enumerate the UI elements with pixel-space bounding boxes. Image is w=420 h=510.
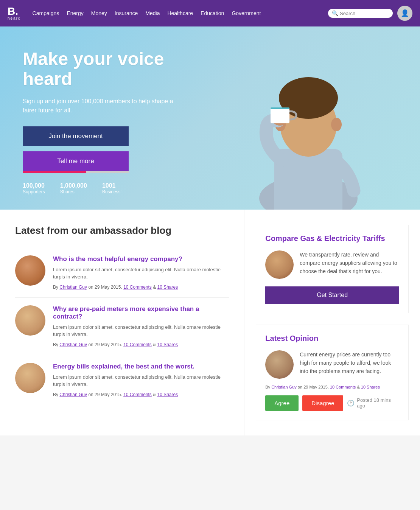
stat-supporters: 100,000 Supporters (23, 182, 45, 194)
blog-content-2: Why are pre-paid meters more expensive t… (53, 305, 229, 347)
stat-shares-label: Shares (60, 189, 87, 194)
blog-body-1: Lorem ipsum dolor sit amet, consectetur … (53, 266, 229, 281)
compare-title: Compare Gas & Electricity Tariffs (265, 234, 399, 243)
nav-government[interactable]: Government (232, 10, 261, 16)
progress-bar-fill (23, 171, 86, 173)
compare-person: We transparently rate, review and compar… (265, 250, 399, 279)
nav-energy[interactable]: Energy (67, 10, 83, 16)
hero-section: Make your voice heard Sign up and join o… (0, 26, 420, 210)
blog-comments-2[interactable]: 10 Comments (123, 342, 152, 347)
blog-title-2[interactable]: Why are pre-paid meters more expensive t… (53, 305, 229, 320)
opinion-comments[interactable]: 10 Comments (330, 385, 356, 389)
stat-business: 1001 Business' (102, 182, 121, 194)
nav-media[interactable]: Media (145, 10, 160, 16)
blog-date-1: 29 May 2015. (95, 285, 122, 290)
logo-subtext: heard (8, 17, 21, 20)
nav-insurance[interactable]: Insurance (115, 10, 138, 16)
svg-point-6 (331, 118, 342, 131)
stat-business-label: Business' (102, 189, 121, 194)
search-input[interactable] (340, 11, 389, 16)
blog-avatar-3 (15, 363, 45, 393)
opinion-meta: By Christian Guy on 29 May 2015. 10 Comm… (265, 385, 399, 389)
main-content: Latest from our ambassador blog Who is t… (0, 210, 420, 435)
blog-meta-2: By Christian Guy on 29 May 2015. 10 Comm… (53, 342, 229, 347)
blog-author-1[interactable]: Christian Guy (59, 285, 87, 290)
agree-button[interactable]: Agree (265, 395, 299, 411)
sidebar: Compare Gas & Electricity Tariffs We tra… (244, 210, 420, 435)
blog-body-3: Lorem ipsum dolor sit amet, consectetur … (53, 373, 229, 388)
blog-item: Who is the most helpful energy company? … (15, 248, 229, 298)
opinion-person: Current energy prices are currently too … (265, 350, 399, 379)
nav-campaigns[interactable]: Campaigns (33, 10, 59, 16)
hero-person-svg (233, 58, 384, 210)
svg-rect-8 (271, 107, 289, 123)
blog-meta-3: By Christian Guy on 29 May 2015. 10 Comm… (53, 392, 229, 397)
opinion-text: Current energy prices are currently too … (300, 350, 399, 376)
join-button[interactable]: Join the movement (23, 126, 129, 146)
opinion-avatar (265, 350, 294, 379)
blog-avatar-1 (15, 255, 45, 286)
get-started-button[interactable]: Get Started (265, 286, 399, 304)
navigation: B. heard Campaigns Energy Money Insuranc… (0, 0, 420, 26)
disagree-button[interactable]: Disagree (302, 395, 343, 411)
blog-comments-1[interactable]: 10 Comments (123, 285, 152, 290)
blog-avatar-2 (15, 305, 45, 336)
blog-shares-1[interactable]: 10 Shares (157, 285, 178, 290)
blog-date-2: 29 May 2015. (95, 342, 122, 347)
blog-shares-2[interactable]: 10 Shares (157, 342, 178, 347)
blog-shares-3[interactable]: 10 Shares (157, 392, 178, 397)
blog-date-3: 29 May 2015. (95, 392, 122, 397)
nav-links: Campaigns Energy Money Insurance Media H… (33, 10, 328, 17)
tell-me-more-button[interactable]: Tell me more (23, 151, 129, 171)
nav-education[interactable]: Education (201, 10, 224, 16)
compare-avatar (265, 250, 294, 279)
blog-comments-3[interactable]: 10 Comments (123, 392, 152, 397)
compare-description: We transparently rate, review and compar… (300, 250, 399, 276)
blog-title: Latest from our ambassador blog (15, 225, 229, 236)
posted-label: Posted 18 mins ago (357, 397, 399, 409)
stat-shares: 1,000,000 Shares (60, 182, 87, 194)
blog-content-3: Energy bills explained, the best and the… (53, 363, 229, 397)
blog-body-2: Lorem ipsum dolor sit amet, consectetur … (53, 323, 229, 338)
hero-image (227, 51, 390, 210)
blog-meta-1: By Christian Guy on 29 May 2015. 10 Comm… (53, 285, 229, 290)
opinion-shares[interactable]: 10 Shares (361, 385, 380, 389)
clock-icon: 🕐 (347, 400, 355, 407)
progress-bar (23, 171, 129, 173)
stat-business-num: 1001 (102, 182, 121, 189)
nav-money[interactable]: Money (91, 10, 107, 16)
stat-supporters-label: Supporters (23, 189, 45, 194)
blog-item: Energy bills explained, the best and the… (15, 355, 229, 405)
stat-shares-num: 1,000,000 (60, 182, 87, 189)
hero-subtitle: Sign up and join over 100,000 members to… (23, 97, 174, 115)
opinion-actions: Agree Disagree 🕐 Posted 18 mins ago (265, 395, 399, 411)
compare-card: Compare Gas & Electricity Tariffs We tra… (256, 225, 409, 313)
stat-supporters-num: 100,000 (23, 182, 45, 189)
blog-title-3[interactable]: Energy bills explained, the best and the… (53, 363, 229, 370)
logo[interactable]: B. heard (8, 6, 21, 20)
hero-stats: 100,000 Supporters 1,000,000 Shares 1001… (23, 182, 174, 194)
posted-time: 🕐 Posted 18 mins ago (347, 397, 399, 409)
search-icon: 🔍 (332, 10, 338, 16)
opinion-title: Latest Opinion (265, 334, 399, 343)
hero-content: Make your voice heard Sign up and join o… (23, 49, 174, 194)
search-bar: 🔍 (328, 9, 393, 18)
opinion-card: Latest Opinion Current energy prices are… (256, 325, 409, 420)
hero-title: Make your voice heard (23, 49, 174, 89)
blog-content-1: Who is the most helpful energy company? … (53, 255, 229, 290)
blog-section: Latest from our ambassador blog Who is t… (0, 210, 244, 435)
user-avatar[interactable]: 👤 (397, 6, 412, 21)
opinion-author[interactable]: Christian Guy (271, 385, 297, 389)
avatar-icon: 👤 (401, 9, 409, 17)
opinion-date: 29 May 2015. (303, 385, 329, 389)
blog-title-1[interactable]: Who is the most helpful energy company? (53, 255, 229, 263)
logo-letter: B. (8, 6, 21, 17)
blog-author-2[interactable]: Christian Guy (59, 342, 87, 347)
blog-item: Why are pre-paid meters more expensive t… (15, 298, 229, 355)
blog-author-3[interactable]: Christian Guy (59, 392, 87, 397)
svg-rect-9 (271, 107, 289, 109)
nav-healthcare[interactable]: Healthcare (167, 10, 193, 16)
